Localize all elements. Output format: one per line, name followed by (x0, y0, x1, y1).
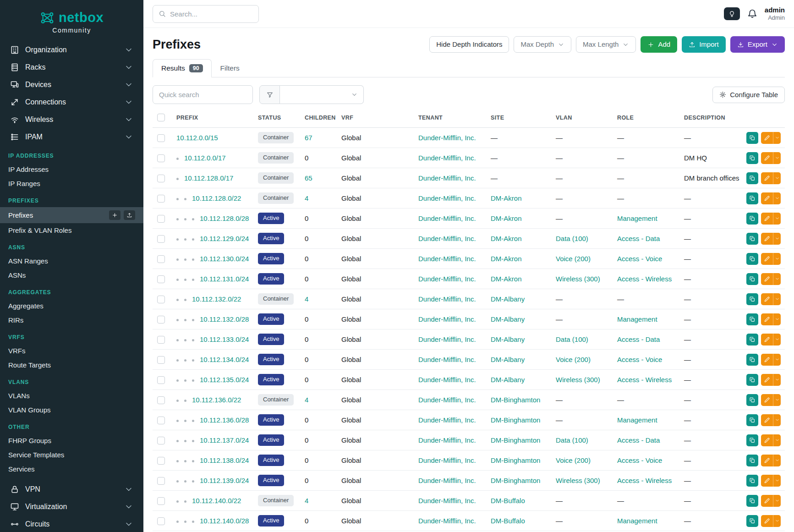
sidebar-item-asns[interactable]: ASNs (0, 268, 143, 282)
tenant-link[interactable]: Dunder-Mifflin, Inc. (418, 315, 476, 323)
prefix-link[interactable]: 10.112.128.0/17 (184, 174, 233, 182)
edit-dropdown-button[interactable] (773, 374, 781, 386)
column-header-children[interactable]: CHILDREN (300, 108, 337, 128)
vlan-link[interactable]: Wireless (300) (556, 376, 600, 384)
row-checkbox[interactable] (157, 195, 165, 203)
sidebar-item-prefix-vlan-roles[interactable]: Prefix & VLAN Roles (0, 223, 143, 237)
role-link[interactable]: Management (617, 416, 657, 424)
sidebar-menu-organization[interactable]: Organization (0, 41, 143, 59)
edit-button[interactable] (761, 414, 773, 426)
copy-button[interactable] (746, 374, 758, 386)
export-dropdown-button[interactable]: Export (730, 36, 785, 53)
copy-button[interactable] (746, 313, 758, 325)
row-checkbox[interactable] (157, 356, 165, 364)
row-checkbox[interactable] (157, 275, 165, 283)
sidebar-item-vrfs[interactable]: VRFs (0, 344, 143, 358)
row-checkbox[interactable] (157, 517, 165, 525)
sidebar-menu-virtualization[interactable]: Virtualization (0, 498, 143, 516)
role-link[interactable]: Access - Wireless (617, 477, 672, 484)
vlan-link[interactable]: Voice (200) (556, 456, 591, 464)
vlan-link[interactable]: Wireless (300) (556, 275, 600, 283)
edit-dropdown-button[interactable] (773, 455, 781, 466)
sidebar-item-fhrp-groups[interactable]: FHRP Groups (0, 433, 143, 448)
edit-button[interactable] (761, 213, 773, 225)
sidebar-menu-wireless[interactable]: Wireless (0, 111, 143, 128)
edit-button[interactable] (761, 455, 773, 466)
site-link[interactable]: DM-Akron (491, 214, 522, 222)
prefix-link[interactable]: 10.112.139.0/24 (200, 477, 249, 484)
vlan-link[interactable]: Data (100) (556, 335, 588, 343)
edit-button[interactable] (761, 334, 773, 346)
children-count-link[interactable]: 4 (305, 396, 308, 404)
copy-button[interactable] (746, 152, 758, 164)
role-link[interactable]: Management (617, 214, 657, 222)
copy-button[interactable] (746, 192, 758, 204)
row-checkbox[interactable] (157, 154, 165, 162)
site-link[interactable]: DM-Akron (491, 255, 522, 263)
filter-button[interactable] (259, 85, 280, 104)
edit-dropdown-button[interactable] (773, 354, 781, 366)
edit-dropdown-button[interactable] (773, 515, 781, 527)
row-checkbox[interactable] (157, 255, 165, 263)
sidebar-item-services[interactable]: Services (0, 462, 143, 476)
prefix-link[interactable]: 10.112.128.0/22 (192, 194, 241, 202)
tenant-link[interactable]: Dunder-Mifflin, Inc. (418, 194, 476, 202)
prefix-link[interactable]: 10.112.130.0/24 (200, 255, 249, 263)
prefix-link[interactable]: 10.112.140.0/22 (192, 497, 241, 505)
tenant-link[interactable]: Dunder-Mifflin, Inc. (418, 275, 476, 283)
copy-button[interactable] (746, 354, 758, 366)
prefix-link[interactable]: 10.112.0.0/15 (176, 134, 218, 142)
prefix-link[interactable]: 10.112.135.0/24 (200, 376, 249, 384)
edit-dropdown-button[interactable] (773, 495, 781, 507)
tenant-link[interactable]: Dunder-Mifflin, Inc. (418, 174, 476, 182)
edit-button[interactable] (761, 434, 773, 446)
edit-dropdown-button[interactable] (773, 152, 781, 164)
column-header-vlan[interactable]: VLAN (551, 108, 613, 128)
role-link[interactable]: Access - Data (617, 335, 660, 343)
tenant-link[interactable]: Dunder-Mifflin, Inc. (418, 335, 476, 343)
global-search-input[interactable] (170, 10, 253, 18)
sidebar-item-ip-addresses[interactable]: IP Addresses (0, 162, 143, 176)
tenant-link[interactable]: Dunder-Mifflin, Inc. (418, 356, 476, 363)
prefix-link[interactable]: 10.112.132.0/22 (192, 295, 241, 303)
tenant-link[interactable]: Dunder-Mifflin, Inc. (418, 154, 476, 162)
row-checkbox[interactable] (157, 336, 165, 344)
site-link[interactable]: DM-Buffalo (491, 517, 525, 525)
edit-button[interactable] (761, 374, 773, 386)
column-header-prefix[interactable]: PREFIX (172, 108, 253, 128)
role-link[interactable]: Access - Data (617, 436, 660, 444)
edit-button[interactable] (761, 233, 773, 245)
site-link[interactable]: DM-Akron (491, 275, 522, 283)
column-header-site[interactable]: SITE (486, 108, 551, 128)
tenant-link[interactable]: Dunder-Mifflin, Inc. (418, 477, 476, 484)
copy-button[interactable] (746, 495, 758, 507)
edit-button[interactable] (761, 313, 773, 325)
prefix-link[interactable]: 10.112.131.0/24 (200, 275, 249, 283)
global-search[interactable] (153, 5, 259, 23)
tab-results[interactable]: Results 90 (153, 59, 212, 77)
sidebar-item-aggregates[interactable]: Aggregates (0, 299, 143, 313)
role-link[interactable]: Access - Data (617, 235, 660, 242)
edit-dropdown-button[interactable] (773, 233, 781, 245)
site-link[interactable]: DM-Binghamton (491, 477, 540, 484)
tenant-link[interactable]: Dunder-Mifflin, Inc. (418, 235, 476, 242)
edit-button[interactable] (761, 515, 773, 527)
copy-button[interactable] (746, 394, 758, 406)
row-checkbox[interactable] (157, 215, 165, 223)
prefix-link[interactable]: 10.112.134.0/24 (200, 356, 249, 363)
copy-button[interactable] (746, 233, 758, 245)
row-checkbox[interactable] (157, 396, 165, 404)
sidebar-item-route-targets[interactable]: Route Targets (0, 358, 143, 372)
copy-button[interactable] (746, 293, 758, 305)
row-checkbox[interactable] (157, 316, 165, 324)
import-icon[interactable] (124, 210, 135, 220)
edit-button[interactable] (761, 293, 773, 305)
edit-button[interactable] (761, 394, 773, 406)
netbox-logo[interactable]: netbox Community (0, 7, 143, 41)
prefix-link[interactable]: 10.112.132.0/28 (200, 315, 249, 323)
sidebar-menu-circuits[interactable]: Circuits (0, 516, 143, 532)
edit-dropdown-button[interactable] (773, 434, 781, 446)
sidebar-item-service-templates[interactable]: Service Templates (0, 448, 143, 462)
edit-dropdown-button[interactable] (773, 334, 781, 346)
children-count-link[interactable]: 4 (305, 194, 308, 202)
